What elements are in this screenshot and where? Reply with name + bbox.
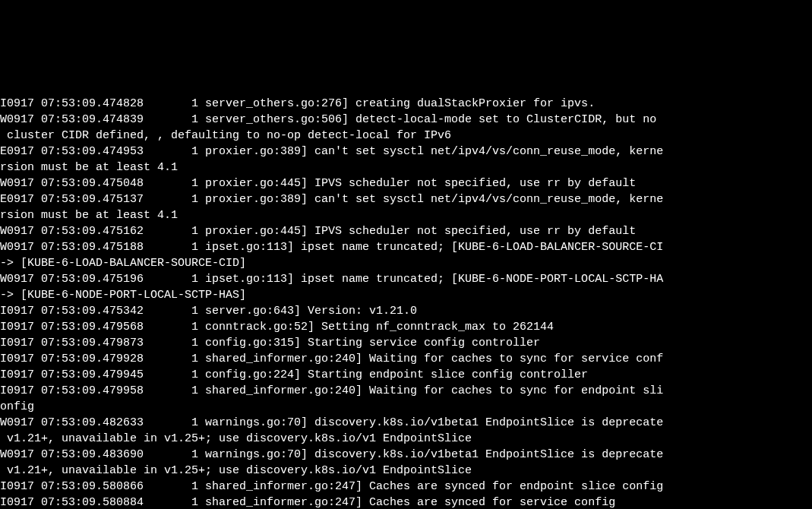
log-line: I0917 07:53:09.475342 1 server.go:643] V… bbox=[0, 303, 812, 319]
log-line: I0917 07:53:09.479958 1 shared_informer.… bbox=[0, 383, 812, 399]
log-line: -> [KUBE-6-NODE-PORT-LOCAL-SCTP-HAS] bbox=[0, 287, 812, 303]
log-line: W0917 07:53:09.475048 1 proxier.go:445] … bbox=[0, 175, 812, 191]
log-line: I0917 07:53:09.479568 1 conntrack.go:52]… bbox=[0, 319, 812, 335]
log-line: cluster CIDR defined, , defaulting to no… bbox=[0, 128, 812, 144]
log-line: -> [KUBE-6-LOAD-BALANCER-SOURCE-CID] bbox=[0, 255, 812, 271]
log-line: I0917 07:53:09.474828 1 server_others.go… bbox=[0, 96, 812, 112]
log-line: rsion must be at least 4.1 bbox=[0, 160, 812, 175]
log-line: I0917 07:53:09.479873 1 config.go:315] S… bbox=[0, 335, 812, 351]
log-line: onfig bbox=[0, 399, 812, 415]
log-line: I0917 07:53:09.580866 1 shared_informer.… bbox=[0, 479, 812, 495]
log-line: W0917 07:53:09.483690 1 warnings.go:70] … bbox=[0, 447, 812, 463]
log-line: v1.21+, unavailable in v1.25+; use disco… bbox=[0, 431, 812, 447]
log-container: I0917 07:53:09.474828 1 server_others.go… bbox=[0, 96, 812, 509]
log-line: I0917 07:53:09.479945 1 config.go:224] S… bbox=[0, 367, 812, 383]
log-line: W0917 07:53:09.475162 1 proxier.go:445] … bbox=[0, 223, 812, 239]
log-line: v1.21+, unavailable in v1.25+; use disco… bbox=[0, 463, 812, 479]
log-line: W0917 07:53:09.475188 1 ipset.go:113] ip… bbox=[0, 239, 812, 255]
log-line: W0917 07:53:09.482633 1 warnings.go:70] … bbox=[0, 415, 812, 431]
log-line: I0917 07:53:09.580884 1 shared_informer.… bbox=[0, 495, 812, 509]
terminal-output[interactable]: I0917 07:53:09.474828 1 server_others.go… bbox=[0, 64, 812, 509]
log-line: E0917 07:53:09.474953 1 proxier.go:389] … bbox=[0, 144, 812, 160]
log-line: rsion must be at least 4.1 bbox=[0, 207, 812, 223]
log-line: W0917 07:53:09.474839 1 server_others.go… bbox=[0, 112, 812, 128]
log-line: E0917 07:53:09.475137 1 proxier.go:389] … bbox=[0, 191, 812, 207]
log-line: I0917 07:53:09.479928 1 shared_informer.… bbox=[0, 351, 812, 367]
log-line: W0917 07:53:09.475196 1 ipset.go:113] ip… bbox=[0, 271, 812, 287]
